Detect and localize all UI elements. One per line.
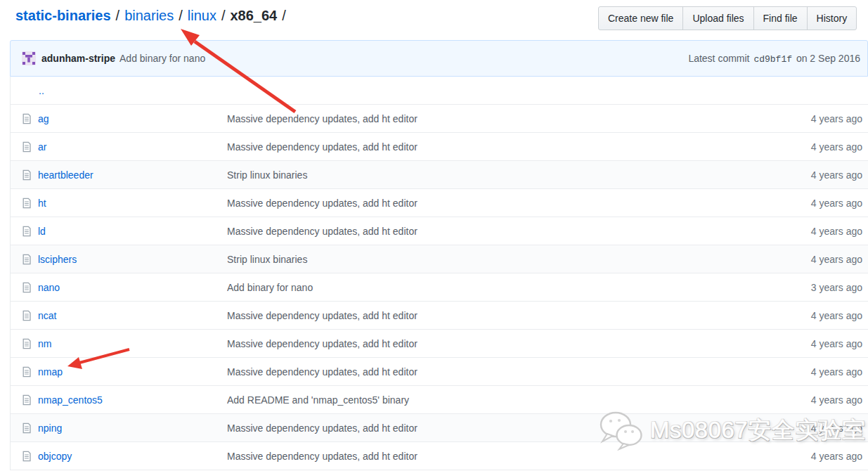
file-icon	[22, 394, 33, 406]
file-commit-message-link[interactable]: Massive dependency updates, add ht edito…	[227, 451, 417, 462]
file-icon	[22, 310, 33, 321]
file-name-link[interactable]: ncat	[38, 310, 56, 321]
file-commit-message-link[interactable]: Massive dependency updates, add ht edito…	[227, 198, 417, 209]
file-name-link[interactable]: nano	[38, 282, 60, 293]
file-age: 4 years ago	[766, 169, 868, 181]
commit-date: on 2 Sep 2016	[796, 53, 860, 64]
file-icon	[22, 198, 33, 209]
file-age: 4 years ago	[766, 141, 868, 153]
file-age: 4 years ago	[766, 254, 868, 265]
file-name-link[interactable]: nm	[38, 338, 51, 349]
breadcrumb-separator: /	[221, 8, 226, 23]
file-row[interactable]: nping Massive dependency updates, add ht…	[11, 414, 868, 442]
file-row[interactable]: lsciphers Strip linux binaries 4 years a…	[11, 245, 868, 273]
file-name-link[interactable]: nping	[38, 422, 62, 434]
file-row[interactable]: objcopy Massive dependency updates, add …	[11, 442, 868, 470]
file-age: 4 years ago	[766, 198, 868, 209]
file-row[interactable]: ar Massive dependency updates, add ht ed…	[11, 133, 868, 161]
breadcrumb-repo-link[interactable]: static-binaries	[15, 8, 111, 23]
github-file-browser-page: static-binaries/binaries/linux/x86_64/ C…	[0, 0, 868, 471]
file-icon	[22, 422, 33, 434]
file-table: .. ag Massive dependency updates, add ht…	[10, 77, 868, 470]
file-commit-message-link[interactable]: Add binary for nano	[227, 282, 313, 293]
file-commit-message-link[interactable]: Massive dependency updates, add ht edito…	[227, 310, 417, 321]
file-toolbar: Create new file Upload files Find file H…	[598, 6, 857, 30]
file-commit-message-link[interactable]: Strip linux binaries	[227, 254, 307, 265]
file-icon	[22, 141, 33, 153]
file-icon	[22, 226, 33, 237]
file-row[interactable]: nm Massive dependency updates, add ht ed…	[11, 330, 868, 358]
file-icon	[22, 169, 33, 181]
file-commit-message-link[interactable]: Massive dependency updates, add ht edito…	[227, 366, 417, 378]
latest-commit-meta: Latest commit cd9bf1f on 2 Sep 2016	[688, 53, 860, 65]
author-identicon-avatar[interactable]	[22, 51, 36, 65]
commit-message-link[interactable]: Add binary for nano	[119, 53, 205, 64]
file-age: 4 years ago	[766, 394, 868, 406]
commit-sha-link[interactable]: cd9bf1f	[752, 54, 793, 65]
file-age: 3 years ago	[766, 282, 868, 293]
file-name-link[interactable]: ld	[38, 226, 46, 237]
create-new-file-button[interactable]: Create new file	[598, 6, 683, 30]
breadcrumb-dir-linux[interactable]: linux	[188, 8, 216, 23]
file-name-link[interactable]: objcopy	[38, 451, 72, 462]
breadcrumb-dir-binaries[interactable]: binaries	[124, 8, 174, 23]
latest-commit-label: Latest commit	[688, 53, 749, 64]
file-row[interactable]: nmap_centos5 Add README and 'nmap_centos…	[11, 386, 868, 414]
file-icon	[22, 451, 33, 462]
breadcrumb-separator: /	[116, 8, 120, 23]
file-name-link[interactable]: nmap	[38, 366, 63, 378]
file-age: 4 years ago	[766, 366, 868, 378]
upload-files-button[interactable]: Upload files	[682, 6, 753, 30]
file-age: 4 years ago	[766, 422, 868, 434]
history-button[interactable]: History	[807, 6, 857, 30]
file-age: 4 years ago	[766, 226, 868, 237]
find-file-button[interactable]: Find file	[753, 6, 808, 30]
file-name-link[interactable]: lsciphers	[38, 254, 77, 265]
file-row[interactable]: nano Add binary for nano 3 years ago	[11, 273, 868, 302]
file-row[interactable]: ncat Massive dependency updates, add ht …	[11, 302, 868, 330]
file-icon	[22, 113, 33, 124]
parent-directory-row[interactable]: ..	[11, 77, 868, 105]
file-commit-message-link[interactable]: Massive dependency updates, add ht edito…	[227, 422, 417, 434]
file-icon	[22, 366, 33, 378]
file-commit-message-link[interactable]: Massive dependency updates, add ht edito…	[227, 141, 417, 153]
file-age: 4 years ago	[766, 113, 868, 124]
commit-author-link[interactable]: adunham-stripe	[41, 53, 115, 64]
file-name-link[interactable]: nmap_centos5	[38, 394, 103, 406]
latest-commit-bar: adunham-stripe Add binary for nano Lates…	[10, 40, 868, 77]
file-row[interactable]: ht Massive dependency updates, add ht ed…	[11, 189, 868, 217]
breadcrumb-separator: /	[179, 8, 183, 23]
file-row[interactable]: nmap Massive dependency updates, add ht …	[11, 358, 868, 386]
breadcrumb-trailing-separator: /	[282, 8, 286, 23]
file-name-link[interactable]: ar	[38, 141, 46, 153]
file-age: 4 years ago	[766, 338, 868, 349]
parent-directory-link[interactable]: ..	[39, 85, 44, 96]
file-name-link[interactable]: heartbleeder	[38, 169, 93, 181]
file-row[interactable]: ag Massive dependency updates, add ht ed…	[11, 105, 868, 133]
file-icon	[22, 282, 33, 293]
file-icon	[22, 254, 33, 265]
file-commit-message-link[interactable]: Massive dependency updates, add ht edito…	[227, 226, 417, 237]
file-commit-message-link[interactable]: Massive dependency updates, add ht edito…	[227, 338, 417, 349]
file-table-body: ag Massive dependency updates, add ht ed…	[11, 105, 868, 470]
file-row[interactable]: heartbleeder Strip linux binaries 4 year…	[11, 161, 868, 189]
breadcrumb-current-dir: x86_64	[230, 8, 277, 23]
breadcrumb: static-binaries/binaries/linux/x86_64/	[15, 8, 291, 24]
file-icon	[22, 338, 33, 349]
file-name-link[interactable]: ag	[38, 113, 49, 124]
file-row[interactable]: ld Massive dependency updates, add ht ed…	[11, 217, 868, 245]
file-age: 4 years ago	[766, 451, 868, 462]
file-name-link[interactable]: ht	[38, 198, 46, 209]
file-commit-message-link[interactable]: Add README and 'nmap_centos5' binary	[227, 394, 409, 406]
file-age: 4 years ago	[766, 310, 868, 321]
file-commit-message-link[interactable]: Massive dependency updates, add ht edito…	[227, 113, 417, 124]
file-commit-message-link[interactable]: Strip linux binaries	[227, 169, 307, 181]
